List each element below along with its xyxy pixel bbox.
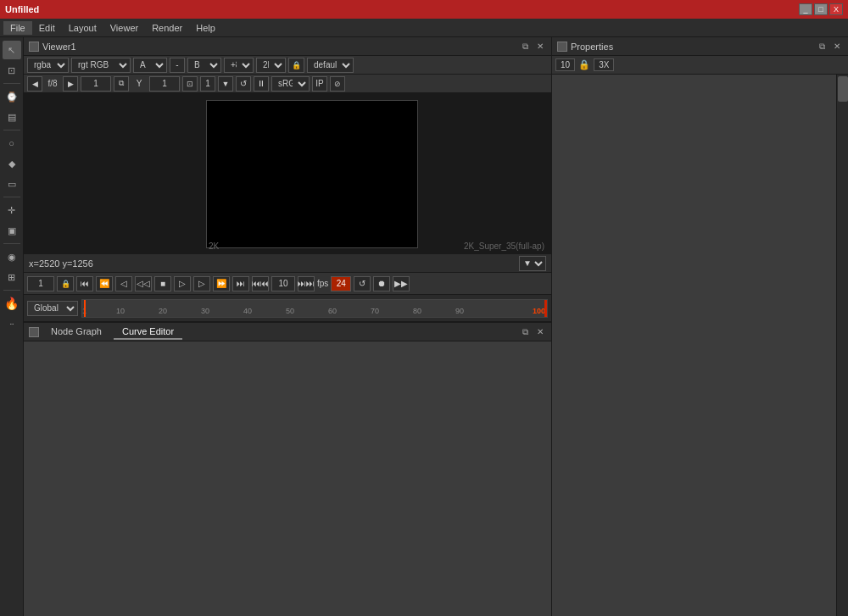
bottom-panel-controls: ⧉ ✕ [519, 326, 546, 338]
tool-circle[interactable]: ○ [3, 134, 21, 153]
viewer-default-select[interactable]: default [307, 58, 354, 73]
viewer-dash-btn[interactable]: - [170, 58, 185, 73]
timeline-more-btn[interactable]: ▶▶ [393, 276, 410, 291]
tool-rect[interactable]: ▭ [3, 175, 21, 193]
viewer-zoom-input[interactable]: 1 [200, 76, 215, 92]
menu-help[interactable]: Help [189, 21, 222, 35]
timeline-prev-frame-btn[interactable]: ◁ [115, 276, 132, 291]
timeline-rec-btn[interactable]: ⏺ [373, 276, 390, 291]
menu-viewer[interactable]: Viewer [103, 21, 145, 35]
viewer-input-a-select[interactable]: A [133, 58, 167, 73]
tool-layers[interactable]: ▣ [3, 221, 21, 240]
viewer-y-input[interactable] [149, 76, 180, 92]
tool-etc[interactable]: ··· [3, 314, 21, 333]
timeline-track[interactable]: 1 10 20 30 40 50 60 70 80 90 100 [81, 299, 548, 318]
timeline-fps-input[interactable] [271, 276, 295, 291]
timeline-global-select[interactable]: Global [27, 301, 78, 316]
bottom-panel-icon [29, 327, 39, 337]
timeline-frame-back-btn[interactable]: ⏮⏮ [252, 276, 269, 291]
tool-flame[interactable]: 🔥 [3, 294, 21, 313]
bottom-panel-header: Node Graph Curve Editor ⧉ ✕ [24, 323, 551, 341]
tool-move[interactable]: ✛ [3, 201, 21, 219]
tool-eye[interactable]: ◉ [3, 247, 21, 266]
tool-separator-5 [3, 290, 20, 291]
menu-layout[interactable]: Layout [62, 21, 103, 35]
tick-20: 20 [159, 307, 167, 315]
properties-panel-icon [557, 42, 567, 52]
menu-render[interactable]: Render [145, 21, 189, 35]
timeline-lock-btn[interactable]: 🔒 [57, 276, 74, 291]
end-marker [544, 300, 547, 317]
properties-scrollbar[interactable] [836, 75, 848, 616]
timeline-next-key-btn[interactable]: ⏩ [213, 276, 230, 291]
viewer-fit-btn[interactable]: ⊡ [182, 76, 198, 92]
viewer-frame-label: f/8 [45, 76, 60, 92]
viewer-toolbar-2: ◀ f/8 ▶ ⧉ Y ⊡ 1 ▼ ↺ ⏸ sRGB linear IP ⊘ [24, 75, 551, 93]
minimize-button[interactable]: _ [799, 3, 812, 15]
viewer-zoom-dropdown[interactable]: ▼ [218, 76, 233, 92]
viewer-pause-btn[interactable]: ⏸ [254, 76, 269, 92]
timeline-ff-btn[interactable]: ⏭⏭ [298, 276, 315, 291]
window-controls: _ □ X [799, 3, 843, 15]
tick-80: 80 [413, 307, 421, 315]
viewer-frame-input[interactable] [81, 76, 111, 92]
timeline-next-frame-btn[interactable]: ▷ [193, 276, 210, 291]
viewer-float-button[interactable]: ⧉ [519, 41, 531, 53]
close-button[interactable]: X [829, 3, 843, 15]
main-layout: ↖ ⊡ ⌚ ▤ ○ ◆ ▭ ✛ ▣ ◉ ⊞ 🔥 ··· Viewer1 ⧉ ✕ [0, 37, 848, 616]
viewer-lock-btn[interactable]: 🔒 [288, 58, 304, 73]
viewer-copy-frames-btn[interactable]: ⧉ [114, 76, 129, 92]
viewer-close-button[interactable]: ✕ [534, 41, 546, 53]
viewer-colorspace-select[interactable]: sRGB linear [271, 76, 310, 92]
timeline-go-end-btn[interactable]: ⏭ [232, 276, 249, 291]
viewer-refresh-btn[interactable]: ↺ [236, 76, 251, 92]
center-area: Viewer1 ⧉ ✕ rgba rgb rgt RGB A - [24, 37, 551, 616]
bottom-panel-close-btn[interactable]: ✕ [534, 326, 546, 338]
timeline-go-start-btn[interactable]: ⏮ [76, 276, 93, 291]
viewer-channels-select[interactable]: rgt RGB [71, 58, 131, 73]
tool-bars[interactable]: ▤ [3, 108, 21, 126]
timeline-back-play-btn[interactable]: ◁◁ [135, 276, 152, 291]
properties-content-area [552, 75, 848, 616]
timeline-play-btn[interactable]: ▷ [174, 276, 191, 291]
menu-file[interactable]: File [3, 21, 32, 35]
timeline-global-row: Global 1 10 20 30 40 50 60 70 80 90 [24, 295, 551, 321]
viewer-display-mode-select[interactable]: 2D 3D [256, 58, 286, 73]
menu-edit[interactable]: Edit [32, 21, 62, 35]
tab-node-graph[interactable]: Node Graph [42, 325, 110, 340]
viewer-color-mode-select[interactable]: rgba rgb [27, 58, 69, 73]
viewer-panel-controls: ⧉ ✕ [519, 41, 546, 53]
viewer-ip-btn[interactable]: IP [312, 76, 327, 92]
properties-float-btn[interactable]: ⧉ [816, 41, 828, 53]
tick-50: 50 [286, 307, 294, 315]
viewer-panel-header: Viewer1 ⧉ ✕ [24, 37, 551, 56]
viewer-panel-title: Viewer1 [42, 42, 76, 52]
timeline-fps-label: fps [317, 279, 328, 288]
viewer-prev-frame-btn[interactable]: ◀ [27, 76, 42, 92]
viewer-panel-icon [29, 42, 39, 52]
viewer-next-frame-btn[interactable]: ▶ [63, 76, 78, 92]
maximize-button[interactable]: □ [814, 3, 828, 15]
properties-lock-btn[interactable]: 🔒 [578, 59, 590, 70]
viewer-status-dropdown[interactable]: ▼ [519, 256, 546, 271]
viewer-extra-btn[interactable]: ⊘ [330, 76, 345, 92]
tool-crop[interactable]: ⊡ [3, 61, 21, 80]
tool-separator-4 [3, 243, 20, 244]
timeline-stop-btn[interactable]: ■ [154, 276, 171, 291]
timeline-frame-input[interactable] [27, 276, 54, 291]
tool-separator-1 [3, 83, 20, 84]
viewer-gain-select[interactable]: +8 +4 +2 [224, 58, 254, 73]
tool-clock[interactable]: ⌚ [3, 87, 21, 106]
tool-diamond[interactable]: ◆ [3, 154, 21, 173]
tool-arrow[interactable]: ↖ [3, 41, 21, 59]
bottom-panel-float-btn[interactable]: ⧉ [519, 326, 531, 338]
properties-close-btn[interactable]: ✕ [831, 41, 843, 53]
tool-separator-2 [3, 130, 20, 130]
timeline-loop-btn[interactable]: ↺ [354, 276, 371, 291]
viewer-input-b-select[interactable]: B [187, 58, 221, 73]
timeline-fps-value[interactable]: 24 [331, 276, 351, 291]
tool-grid[interactable]: ⊞ [3, 268, 21, 286]
properties-panel-title: Properties [571, 42, 613, 52]
tab-curve-editor[interactable]: Curve Editor [114, 325, 182, 340]
timeline-prev-key-btn[interactable]: ⏪ [96, 276, 113, 291]
